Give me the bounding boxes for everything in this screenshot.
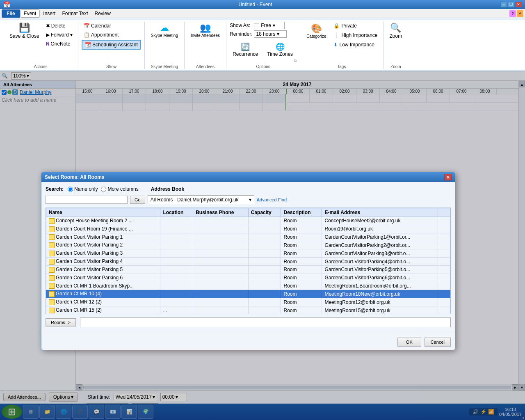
high-importance-btn[interactable]: ❕ High Importance bbox=[331, 31, 379, 39]
scheduling-assistant-btn[interactable]: 📆 Scheduling Assistant bbox=[82, 40, 141, 50]
calendar-icon: 📅 bbox=[84, 23, 90, 29]
room-row-3[interactable]: Garden Court Visitor Parking 2 Room Gard… bbox=[46, 241, 450, 249]
dialog-title-text: Select Rooms: All Rooms bbox=[45, 174, 105, 180]
room-row-6[interactable]: Garden Court Visitor Parking 5 Room Gard… bbox=[46, 265, 450, 274]
delete-btn[interactable]: ✖ Delete bbox=[44, 22, 75, 30]
save-close-btn[interactable]: 💾 Save & Close bbox=[7, 22, 42, 41]
recurrence-icon: 🔄 bbox=[241, 42, 250, 51]
col-name[interactable]: Name bbox=[46, 208, 160, 217]
room-extra-cell bbox=[438, 217, 450, 225]
ribbon-group-tags: 🎨 Categorize 🔒 Private ❕ High Importance… bbox=[300, 22, 383, 69]
options-expand-icon[interactable]: ⧉ bbox=[294, 59, 297, 63]
invite-label: Invite Attendees bbox=[191, 33, 220, 38]
radio-more-columns-input[interactable] bbox=[101, 187, 106, 192]
show-as-select[interactable]: Free ▾ bbox=[252, 22, 285, 29]
room-row-10[interactable]: Garden Ct MR 12 (2) Room MeetingRoom12@o… bbox=[46, 298, 450, 306]
search-input[interactable] bbox=[46, 196, 128, 204]
col-description[interactable]: Description bbox=[281, 208, 322, 217]
room-capacity-cell bbox=[248, 298, 281, 306]
ok-button[interactable]: OK bbox=[397, 338, 421, 347]
ribbon-group-options: Show As: Free ▾ Reminder: 18 hours ▾ bbox=[226, 22, 300, 69]
options-group-label: Options bbox=[256, 63, 270, 69]
restore-btn[interactable]: ❐ bbox=[508, 2, 514, 7]
tags-content: 🎨 Categorize 🔒 Private ❕ High Importance… bbox=[304, 22, 379, 49]
room-extra-cell bbox=[438, 241, 450, 249]
menu-format-text[interactable]: Format Text bbox=[59, 10, 91, 17]
time-zones-btn[interactable]: 🌐 Time Zones bbox=[264, 41, 296, 59]
calendar-btn[interactable]: 📅 Calendar bbox=[82, 22, 141, 30]
room-row-11[interactable]: Garden Ct MR 15 (2) ... Room MeetingRoom… bbox=[46, 306, 450, 314]
radio-name-only[interactable]: Name only bbox=[68, 186, 98, 192]
radio-more-columns[interactable]: More columns bbox=[101, 186, 138, 192]
room-email-cell: MeetingRoom15@orbit.org.uk bbox=[322, 306, 438, 314]
col-email[interactable]: E-mail Address bbox=[322, 208, 438, 217]
private-btn[interactable]: 🔒 Private bbox=[331, 22, 379, 30]
selected-room-input[interactable] bbox=[80, 317, 451, 327]
reminder-row: Reminder: 18 hours ▾ bbox=[230, 30, 297, 38]
close-btn[interactable]: ✕ bbox=[515, 2, 522, 7]
invite-icon: 👥 bbox=[200, 23, 211, 32]
show-value: Free bbox=[261, 23, 271, 28]
onenote-btn[interactable]: N OneNote bbox=[44, 40, 75, 48]
categorize-btn[interactable]: 🎨 Categorize bbox=[304, 22, 329, 49]
low-importance-btn[interactable]: ⬇ Low Importance bbox=[331, 41, 379, 49]
high-importance-label: High Importance bbox=[341, 32, 377, 38]
room-location-cell bbox=[160, 241, 193, 249]
menu-event[interactable]: Event bbox=[20, 9, 40, 18]
address-book-heading: Address Book bbox=[151, 186, 184, 192]
room-row-5[interactable]: Garden Court Visitor Parking 4 Room Gard… bbox=[46, 258, 450, 266]
window-controls[interactable]: ─ ❐ ✕ bbox=[500, 2, 522, 7]
room-row-1[interactable]: Garden Court Room 19 (Finance ... Room R… bbox=[46, 225, 450, 233]
rooms-button[interactable]: Rooms -> bbox=[46, 318, 76, 326]
zoom-btn[interactable]: 🔍 Zoom bbox=[387, 22, 405, 41]
free-checkbox bbox=[254, 23, 259, 28]
radio-name-only-input[interactable] bbox=[68, 187, 73, 192]
private-icon: 🔒 bbox=[333, 23, 340, 29]
forward-icon: ▶ bbox=[46, 32, 50, 38]
menu-insert[interactable]: Insert bbox=[40, 10, 59, 17]
menu-file[interactable]: File bbox=[2, 9, 20, 18]
room-extra-cell bbox=[438, 249, 450, 258]
room-row-0[interactable]: Concept House Meeting Room 2 ... Room Co… bbox=[46, 217, 450, 225]
room-name-cell: Garden Court Visitor Parking 1 bbox=[46, 233, 160, 241]
reminder-value: 18 hours bbox=[256, 31, 275, 37]
go-button[interactable]: Go bbox=[130, 196, 145, 204]
menu-review[interactable]: Review bbox=[91, 10, 114, 17]
room-icon bbox=[49, 291, 55, 297]
room-row-7[interactable]: Garden Court Visitor Parking 6 Room Gard… bbox=[46, 274, 450, 282]
minimize-btn[interactable]: ─ bbox=[500, 2, 507, 7]
room-row-2[interactable]: Garden Court Visitor Parking 1 Room Gard… bbox=[46, 233, 450, 241]
room-row-4[interactable]: Garden Court Visitor Parking 3 Room Gard… bbox=[46, 249, 450, 258]
account-icon[interactable]: A bbox=[517, 10, 523, 17]
room-icon bbox=[49, 299, 55, 305]
recurrence-btn[interactable]: 🔄 Recurrence bbox=[230, 41, 261, 59]
address-book-select[interactable]: All Rooms - Daniel.Murphy@orbit.org.uk ▾ bbox=[148, 195, 254, 204]
room-capacity-cell bbox=[248, 258, 281, 266]
room-name-cell: Garden Court Visitor Parking 5 bbox=[46, 265, 160, 274]
skype-meeting-btn[interactable]: ☁ Skype Meeting bbox=[148, 22, 181, 39]
room-row-8[interactable]: Garden Ct MR 1 Boardroom Skyp... Room Me… bbox=[46, 282, 450, 290]
room-capacity-cell bbox=[248, 241, 281, 249]
col-location[interactable]: Location bbox=[160, 208, 193, 217]
room-extra-cell bbox=[438, 282, 450, 290]
col-capacity[interactable]: Capacity bbox=[248, 208, 281, 217]
save-close-icon: 💾 bbox=[19, 23, 30, 32]
room-icon bbox=[49, 267, 55, 273]
resize-handle[interactable]: ⊿ bbox=[521, 415, 524, 420]
dialog-close-btn[interactable]: ✕ bbox=[444, 174, 452, 180]
room-extra-cell bbox=[438, 306, 450, 314]
room-name-cell: Garden Court Visitor Parking 3 bbox=[46, 249, 160, 258]
advanced-find-link[interactable]: Advanced Find bbox=[257, 197, 287, 202]
help-icon[interactable]: ? bbox=[509, 10, 516, 17]
cancel-button[interactable]: Cancel bbox=[425, 338, 451, 347]
room-extra-cell bbox=[438, 233, 450, 241]
reminder-select[interactable]: 18 hours ▾ bbox=[254, 30, 287, 38]
invite-attendees-btn[interactable]: 👥 Invite Attendees bbox=[188, 22, 223, 39]
room-description-cell: Room bbox=[281, 274, 322, 282]
dialog-overlay: Select Rooms: All Rooms ✕ Search: Name o… bbox=[0, 71, 525, 420]
appointment-btn[interactable]: 📋 Appointment bbox=[82, 31, 141, 39]
room-row-9[interactable]: Garden Ct MR 10 (4) Room MeetingRoom10Ne… bbox=[46, 290, 450, 298]
forward-btn[interactable]: ▶ Forward ▾ bbox=[44, 31, 75, 39]
room-description-cell: Room bbox=[281, 233, 322, 241]
col-phone[interactable]: Business Phone bbox=[193, 208, 249, 217]
